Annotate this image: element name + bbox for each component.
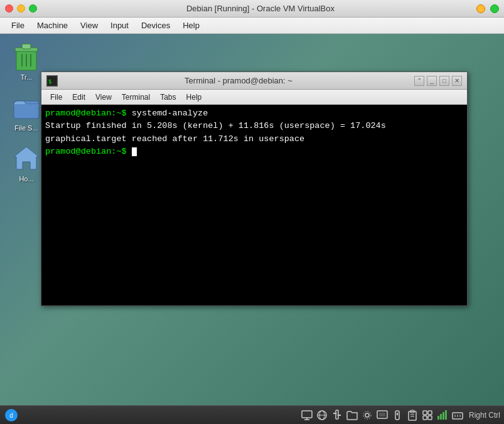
vm-content[interactable]: Tr... File S... [0, 34, 504, 405]
network2-sys-icon[interactable] [436, 409, 449, 421]
term-cursor [132, 147, 137, 156]
svg-rect-27 [379, 413, 385, 416]
svg-text:d: d [9, 412, 13, 419]
terminal-title: Terminal - pramod@debian: ~ [63, 76, 414, 85]
svg-rect-2 [22, 44, 31, 49]
terminal-icon: $ [46, 75, 58, 87]
menu-help[interactable]: Help [176, 19, 206, 31]
term-menu-terminal[interactable]: Terminal [117, 92, 155, 102]
display-sys-icon[interactable] [376, 409, 389, 421]
taskbar-app-icon[interactable]: d [4, 408, 19, 423]
traffic-lights [5, 4, 37, 13]
term-prompt-2: pramod@debian:~$ [45, 147, 132, 156]
term-menu-help[interactable]: Help [181, 92, 207, 102]
virtualbox-window: Debian [Running] - Oracle VM VirtualBox … [0, 0, 504, 424]
term-line-1: pramod@debian:~$ systemd-analyze [45, 107, 463, 120]
svg-point-25 [363, 411, 371, 419]
term-line-2: Startup finished in 5.208s (kernel) + 11… [45, 120, 463, 132]
svg-rect-39 [440, 414, 442, 420]
taskbar-left: d [4, 408, 23, 423]
trash-label: Tr... [21, 73, 33, 81]
terminal-restore[interactable]: □ [439, 76, 449, 86]
terminal-content[interactable]: pramod@debian:~$ systemd-analyze Startup… [41, 105, 467, 305]
home-icon [11, 143, 41, 173]
settings-sys-icon[interactable] [361, 409, 373, 421]
vbox-win-minimize[interactable] [476, 4, 485, 13]
maximize-button[interactable] [29, 4, 37, 13]
terminal-close[interactable]: ✕ [452, 76, 462, 86]
usb-sys-icon[interactable] [331, 409, 343, 421]
terminal-minimize[interactable]: _ [427, 76, 437, 86]
desktop-icons: Tr... File S... [0, 34, 46, 183]
vbox-title: Debian [Running] - Oracle VM VirtualBox [45, 4, 476, 13]
menu-input[interactable]: Input [104, 19, 135, 31]
menu-view[interactable]: View [74, 19, 104, 31]
terminal-win-buttons: ⌃ _ □ ✕ [414, 76, 462, 86]
vbox-menubar: File Machine View Input Devices Help [0, 18, 504, 34]
svg-rect-40 [442, 412, 444, 420]
svg-marker-8 [14, 147, 39, 169]
svg-rect-21 [339, 415, 341, 416]
filesystem-label: File S... [14, 124, 38, 132]
svg-text:$: $ [48, 78, 51, 85]
terminal-nav-back[interactable]: ⌃ [414, 76, 424, 86]
vbox-titlebar: Debian [Running] - Oracle VM VirtualBox [0, 0, 504, 18]
trash-icon [11, 41, 41, 72]
terminal-menubar: File Edit View Terminal Tabs Help [41, 90, 467, 105]
vbox-win-controls [476, 4, 499, 13]
filesystem-icon [11, 92, 41, 122]
vbox-taskbar: d [0, 405, 504, 424]
folder-sys-icon[interactable] [346, 409, 358, 421]
home-label: Ho... [19, 175, 33, 183]
monitor-sys-icon[interactable] [301, 409, 313, 421]
clipboard-sys-icon[interactable] [406, 409, 419, 421]
term-output-2: graphical.target reached after 11.712s i… [45, 134, 304, 144]
network-sys-icon[interactable] [316, 409, 328, 421]
term-menu-edit[interactable]: Edit [67, 92, 90, 102]
term-output-1: Startup finished in 5.208s (kernel) + 11… [45, 121, 386, 130]
minimize-button[interactable] [17, 4, 25, 13]
term-command-1: systemd-analyze [132, 109, 208, 118]
svg-rect-7 [14, 104, 39, 106]
svg-rect-41 [445, 410, 447, 420]
svg-rect-36 [423, 416, 427, 420]
term-line-4: pramod@debian:~$ [45, 146, 463, 158]
terminal-window[interactable]: $ Terminal - pramod@debian: ~ ⌃ _ □ ✕ Fi… [41, 72, 468, 306]
svg-rect-29 [397, 413, 398, 415]
close-button[interactable] [5, 4, 13, 13]
menu-devices[interactable]: Devices [135, 19, 176, 31]
right-ctrl-label: Right Ctrl [469, 411, 500, 420]
term-menu-file[interactable]: File [45, 92, 67, 102]
svg-rect-38 [437, 416, 439, 420]
usb2-sys-icon[interactable] [391, 409, 404, 421]
svg-rect-13 [302, 411, 312, 418]
drag-sys-icon[interactable] [421, 409, 434, 421]
menu-machine[interactable]: Machine [31, 19, 74, 31]
svg-rect-19 [336, 410, 338, 419]
svg-rect-20 [333, 413, 335, 414]
term-menu-tabs[interactable]: Tabs [155, 92, 181, 102]
keyboard-sys-icon[interactable] [451, 409, 464, 421]
taskbar-right: Right Ctrl [301, 409, 500, 421]
svg-rect-34 [423, 411, 427, 415]
svg-rect-37 [428, 416, 432, 420]
vbox-win-maximize[interactable] [490, 4, 499, 13]
menu-file[interactable]: File [5, 19, 31, 31]
svg-point-24 [365, 413, 369, 417]
term-line-3: graphical.target reached after 11.712s i… [45, 133, 463, 146]
term-menu-view[interactable]: View [90, 92, 117, 102]
term-prompt-1: pramod@debian:~$ [45, 109, 132, 118]
svg-rect-35 [428, 411, 432, 415]
terminal-titlebar: $ Terminal - pramod@debian: ~ ⌃ _ □ ✕ [41, 72, 467, 90]
